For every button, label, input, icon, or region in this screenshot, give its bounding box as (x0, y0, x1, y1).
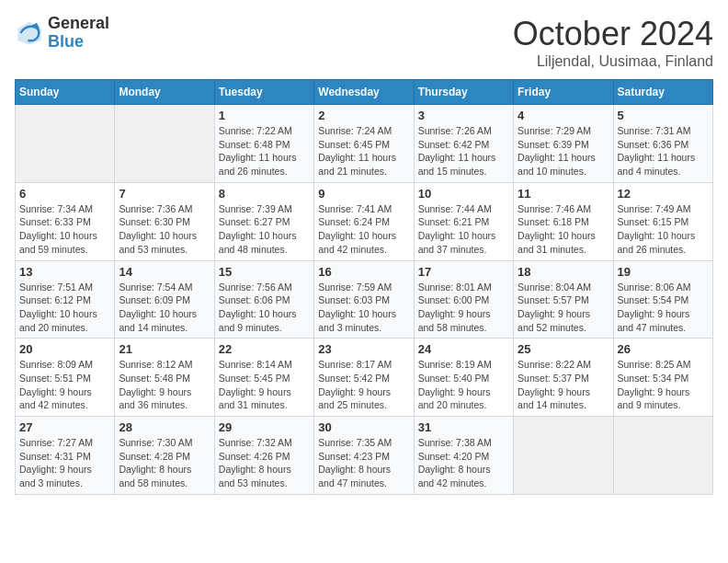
day-number: 3 (418, 109, 509, 122)
calendar-day-cell: 29Sunrise: 7:32 AM Sunset: 4:26 PM Dayli… (214, 417, 313, 495)
calendar-day-cell: 23Sunrise: 8:17 AM Sunset: 5:42 PM Dayli… (314, 339, 414, 417)
day-info: Sunrise: 7:29 AM Sunset: 6:39 PM Dayligh… (518, 124, 609, 178)
weekday-header-cell: Monday (115, 80, 214, 105)
day-number: 11 (518, 187, 609, 201)
calendar-day-cell: 13Sunrise: 7:51 AM Sunset: 6:12 PM Dayli… (16, 260, 115, 339)
day-info: Sunrise: 7:22 AM Sunset: 6:48 PM Dayligh… (219, 124, 310, 178)
day-number: 14 (119, 265, 210, 279)
calendar-day-cell: 30Sunrise: 7:35 AM Sunset: 4:23 PM Dayli… (314, 417, 414, 495)
day-info: Sunrise: 7:54 AM Sunset: 6:09 PM Dayligh… (119, 281, 210, 335)
title-block: October 2024 Liljendal, Uusimaa, Finland (513, 15, 713, 70)
calendar-day-cell: 16Sunrise: 7:59 AM Sunset: 6:03 PM Dayli… (314, 260, 414, 339)
day-number: 25 (518, 342, 609, 356)
day-number: 6 (19, 187, 110, 201)
day-info: Sunrise: 7:36 AM Sunset: 6:30 PM Dayligh… (119, 202, 210, 257)
day-info: Sunrise: 8:17 AM Sunset: 5:42 PM Dayligh… (318, 358, 409, 412)
day-info: Sunrise: 7:44 AM Sunset: 6:21 PM Dayligh… (418, 202, 509, 257)
day-number: 7 (119, 187, 210, 201)
day-number: 2 (318, 109, 409, 122)
day-info: Sunrise: 7:32 AM Sunset: 4:26 PM Dayligh… (219, 436, 310, 490)
calendar-day-cell: 17Sunrise: 8:01 AM Sunset: 6:00 PM Dayli… (414, 260, 513, 339)
weekday-header-cell: Tuesday (214, 80, 313, 105)
calendar-day-cell: 1Sunrise: 7:22 AM Sunset: 6:48 PM Daylig… (214, 105, 313, 183)
day-info: Sunrise: 7:27 AM Sunset: 4:31 PM Dayligh… (19, 436, 110, 490)
day-info: Sunrise: 8:25 AM Sunset: 5:34 PM Dayligh… (618, 358, 709, 412)
day-number: 30 (318, 420, 409, 434)
logo: General Blue (15, 15, 109, 52)
calendar-day-cell: 4Sunrise: 7:29 AM Sunset: 6:39 PM Daylig… (514, 105, 613, 183)
day-info: Sunrise: 7:56 AM Sunset: 6:06 PM Dayligh… (219, 281, 310, 335)
logo-icon (15, 18, 44, 48)
weekday-header-cell: Friday (514, 80, 613, 105)
day-number: 21 (119, 342, 210, 356)
day-number: 8 (219, 187, 310, 201)
day-number: 16 (318, 265, 409, 279)
day-info: Sunrise: 7:59 AM Sunset: 6:03 PM Dayligh… (318, 281, 409, 335)
page-header: General Blue October 2024 Liljendal, Uus… (15, 15, 713, 70)
day-number: 13 (19, 265, 110, 279)
calendar-day-cell: 21Sunrise: 8:12 AM Sunset: 5:48 PM Dayli… (115, 339, 214, 417)
calendar-table: SundayMondayTuesdayWednesdayThursdayFrid… (15, 79, 713, 495)
calendar-week-row: 27Sunrise: 7:27 AM Sunset: 4:31 PM Dayli… (16, 417, 713, 495)
calendar-day-cell: 18Sunrise: 8:04 AM Sunset: 5:57 PM Dayli… (514, 260, 613, 339)
day-number: 22 (219, 342, 310, 356)
day-number: 23 (318, 342, 409, 356)
day-number: 15 (219, 265, 310, 279)
calendar-day-cell: 31Sunrise: 7:38 AM Sunset: 4:20 PM Dayli… (414, 417, 513, 495)
day-info: Sunrise: 7:46 AM Sunset: 6:18 PM Dayligh… (518, 202, 609, 257)
calendar-day-cell: 5Sunrise: 7:31 AM Sunset: 6:36 PM Daylig… (613, 105, 712, 183)
day-number: 1 (219, 109, 310, 122)
day-info: Sunrise: 8:14 AM Sunset: 5:45 PM Dayligh… (219, 358, 310, 412)
weekday-header-cell: Thursday (414, 80, 513, 105)
logo-text: General Blue (48, 15, 109, 52)
calendar-day-cell: 26Sunrise: 8:25 AM Sunset: 5:34 PM Dayli… (613, 339, 712, 417)
day-info: Sunrise: 8:09 AM Sunset: 5:51 PM Dayligh… (19, 358, 110, 412)
day-info: Sunrise: 7:38 AM Sunset: 4:20 PM Dayligh… (418, 436, 509, 490)
day-info: Sunrise: 7:26 AM Sunset: 6:42 PM Dayligh… (418, 124, 509, 178)
day-info: Sunrise: 7:35 AM Sunset: 4:23 PM Dayligh… (318, 436, 409, 490)
day-number: 10 (418, 187, 509, 201)
page-subtitle: Liljendal, Uusimaa, Finland (513, 53, 713, 70)
day-number: 19 (618, 265, 709, 279)
calendar-day-cell: 7Sunrise: 7:36 AM Sunset: 6:30 PM Daylig… (115, 182, 214, 260)
day-info: Sunrise: 7:49 AM Sunset: 6:15 PM Dayligh… (618, 202, 709, 257)
calendar-day-cell: 24Sunrise: 8:19 AM Sunset: 5:40 PM Dayli… (414, 339, 513, 417)
calendar-day-cell (16, 105, 115, 183)
calendar-body: 1Sunrise: 7:22 AM Sunset: 6:48 PM Daylig… (16, 105, 713, 495)
day-info: Sunrise: 7:41 AM Sunset: 6:24 PM Dayligh… (318, 202, 409, 257)
day-info: Sunrise: 8:04 AM Sunset: 5:57 PM Dayligh… (518, 281, 609, 335)
calendar-day-cell: 22Sunrise: 8:14 AM Sunset: 5:45 PM Dayli… (214, 339, 313, 417)
day-info: Sunrise: 7:31 AM Sunset: 6:36 PM Dayligh… (618, 124, 709, 178)
calendar-day-cell: 11Sunrise: 7:46 AM Sunset: 6:18 PM Dayli… (514, 182, 613, 260)
calendar-day-cell: 3Sunrise: 7:26 AM Sunset: 6:42 PM Daylig… (414, 105, 513, 183)
day-number: 31 (418, 420, 509, 434)
calendar-day-cell (115, 105, 214, 183)
calendar-day-cell: 28Sunrise: 7:30 AM Sunset: 4:28 PM Dayli… (115, 417, 214, 495)
calendar-week-row: 13Sunrise: 7:51 AM Sunset: 6:12 PM Dayli… (16, 260, 713, 339)
weekday-header-row: SundayMondayTuesdayWednesdayThursdayFrid… (16, 80, 713, 105)
day-number: 20 (19, 342, 110, 356)
calendar-day-cell: 20Sunrise: 8:09 AM Sunset: 5:51 PM Dayli… (16, 339, 115, 417)
calendar-day-cell: 8Sunrise: 7:39 AM Sunset: 6:27 PM Daylig… (214, 182, 313, 260)
day-info: Sunrise: 7:34 AM Sunset: 6:33 PM Dayligh… (19, 202, 110, 257)
day-number: 18 (518, 265, 609, 279)
calendar-day-cell: 25Sunrise: 8:22 AM Sunset: 5:37 PM Dayli… (514, 339, 613, 417)
day-number: 26 (618, 342, 709, 356)
page-title: October 2024 (513, 15, 713, 53)
calendar-day-cell: 19Sunrise: 8:06 AM Sunset: 5:54 PM Dayli… (613, 260, 712, 339)
day-info: Sunrise: 7:51 AM Sunset: 6:12 PM Dayligh… (19, 281, 110, 335)
day-number: 9 (318, 187, 409, 201)
calendar-day-cell: 27Sunrise: 7:27 AM Sunset: 4:31 PM Dayli… (16, 417, 115, 495)
day-number: 5 (618, 109, 709, 122)
calendar-day-cell: 9Sunrise: 7:41 AM Sunset: 6:24 PM Daylig… (314, 182, 414, 260)
day-number: 17 (418, 265, 509, 279)
day-info: Sunrise: 7:30 AM Sunset: 4:28 PM Dayligh… (119, 436, 210, 490)
calendar-week-row: 20Sunrise: 8:09 AM Sunset: 5:51 PM Dayli… (16, 339, 713, 417)
day-info: Sunrise: 8:12 AM Sunset: 5:48 PM Dayligh… (119, 358, 210, 412)
day-number: 4 (518, 109, 609, 122)
calendar-day-cell (613, 417, 712, 495)
day-number: 12 (618, 187, 709, 201)
day-info: Sunrise: 8:22 AM Sunset: 5:37 PM Dayligh… (518, 358, 609, 412)
day-number: 24 (418, 342, 509, 356)
day-number: 28 (119, 420, 210, 434)
